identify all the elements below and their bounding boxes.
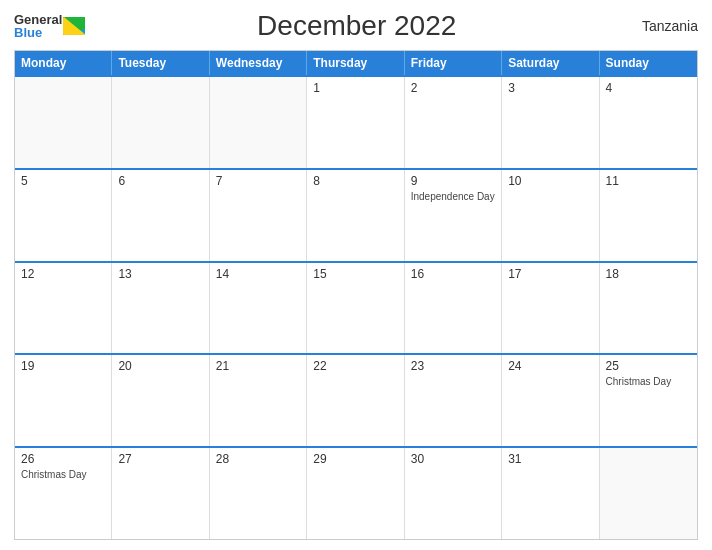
week-row-3: 12131415161718 <box>15 261 697 354</box>
calendar-grid: MondayTuesdayWednesdayThursdayFridaySatu… <box>14 50 698 540</box>
day-number: 27 <box>118 452 131 466</box>
day-number: 20 <box>118 359 131 373</box>
day-cell: 28 <box>210 448 307 539</box>
day-number: 11 <box>606 174 619 188</box>
day-cell: 30 <box>405 448 502 539</box>
day-number: 15 <box>313 267 326 281</box>
calendar-page: General Blue December 2022 Tanzania Mond… <box>0 0 712 550</box>
calendar-weeks: 123456789Independence Day101112131415161… <box>15 75 697 539</box>
day-cell: 13 <box>112 263 209 354</box>
day-number: 1 <box>313 81 320 95</box>
day-cell: 3 <box>502 77 599 168</box>
day-number: 14 <box>216 267 229 281</box>
day-number: 23 <box>411 359 424 373</box>
day-cell: 22 <box>307 355 404 446</box>
day-cell: 23 <box>405 355 502 446</box>
day-number: 12 <box>21 267 34 281</box>
day-number: 26 <box>21 452 34 466</box>
day-number: 8 <box>313 174 320 188</box>
col-header-friday: Friday <box>405 51 502 75</box>
day-cell: 11 <box>600 170 697 261</box>
day-cell <box>112 77 209 168</box>
day-cell: 15 <box>307 263 404 354</box>
day-number: 6 <box>118 174 125 188</box>
day-cell: 8 <box>307 170 404 261</box>
week-row-5: 26Christmas Day2728293031 <box>15 446 697 539</box>
country-label: Tanzania <box>628 18 698 34</box>
day-number: 4 <box>606 81 613 95</box>
day-cell: 20 <box>112 355 209 446</box>
day-number: 2 <box>411 81 418 95</box>
day-number: 30 <box>411 452 424 466</box>
page-title: December 2022 <box>85 10 628 42</box>
col-header-thursday: Thursday <box>307 51 404 75</box>
day-cell: 10 <box>502 170 599 261</box>
day-number: 31 <box>508 452 521 466</box>
day-number: 24 <box>508 359 521 373</box>
day-number: 13 <box>118 267 131 281</box>
calendar-header-row: MondayTuesdayWednesdayThursdayFridaySatu… <box>15 51 697 75</box>
day-number: 25 <box>606 359 619 373</box>
col-header-sunday: Sunday <box>600 51 697 75</box>
day-cell: 25Christmas Day <box>600 355 697 446</box>
logo-blue: Blue <box>14 26 62 39</box>
day-cell: 29 <box>307 448 404 539</box>
col-header-wednesday: Wednesday <box>210 51 307 75</box>
day-number: 18 <box>606 267 619 281</box>
col-header-tuesday: Tuesday <box>112 51 209 75</box>
page-header: General Blue December 2022 Tanzania <box>14 10 698 42</box>
day-cell: 5 <box>15 170 112 261</box>
day-cell: 18 <box>600 263 697 354</box>
logo-flag-icon <box>63 17 85 35</box>
day-cell: 17 <box>502 263 599 354</box>
day-number: 17 <box>508 267 521 281</box>
day-cell: 24 <box>502 355 599 446</box>
day-event: Christmas Day <box>21 468 105 481</box>
day-cell <box>15 77 112 168</box>
day-cell: 6 <box>112 170 209 261</box>
day-number: 16 <box>411 267 424 281</box>
logo: General Blue <box>14 13 85 39</box>
day-number: 9 <box>411 174 418 188</box>
week-row-2: 56789Independence Day1011 <box>15 168 697 261</box>
week-row-4: 19202122232425Christmas Day <box>15 353 697 446</box>
col-header-monday: Monday <box>15 51 112 75</box>
day-number: 28 <box>216 452 229 466</box>
day-number: 21 <box>216 359 229 373</box>
day-number: 10 <box>508 174 521 188</box>
day-number: 7 <box>216 174 223 188</box>
day-cell: 26Christmas Day <box>15 448 112 539</box>
day-number: 19 <box>21 359 34 373</box>
week-row-1: 1234 <box>15 75 697 168</box>
day-event: Christmas Day <box>606 375 691 388</box>
day-cell: 27 <box>112 448 209 539</box>
day-cell: 12 <box>15 263 112 354</box>
day-cell <box>600 448 697 539</box>
day-cell: 9Independence Day <box>405 170 502 261</box>
col-header-saturday: Saturday <box>502 51 599 75</box>
day-number: 3 <box>508 81 515 95</box>
day-cell: 7 <box>210 170 307 261</box>
day-cell: 16 <box>405 263 502 354</box>
day-number: 5 <box>21 174 28 188</box>
day-cell: 2 <box>405 77 502 168</box>
day-cell: 31 <box>502 448 599 539</box>
day-cell: 4 <box>600 77 697 168</box>
day-number: 22 <box>313 359 326 373</box>
day-event: Independence Day <box>411 190 495 203</box>
day-number: 29 <box>313 452 326 466</box>
day-cell: 14 <box>210 263 307 354</box>
day-cell: 1 <box>307 77 404 168</box>
day-cell: 21 <box>210 355 307 446</box>
day-cell <box>210 77 307 168</box>
day-cell: 19 <box>15 355 112 446</box>
